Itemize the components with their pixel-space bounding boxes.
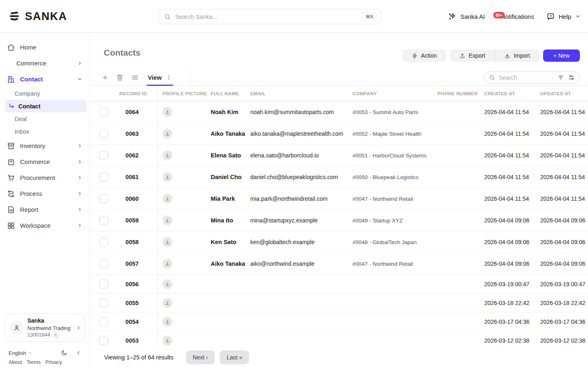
sidebar-subitem-inbox[interactable]: Inbox <box>0 125 89 138</box>
table-row[interactable]: 0057Aiko Tanakaaiko@northwind.example#00… <box>90 253 588 275</box>
table-row[interactable]: 00542026-03-17 04:362026-03-17 04:36 <box>90 312 588 331</box>
phone-number <box>437 275 483 293</box>
language-selector[interactable]: English <box>9 350 32 356</box>
export-import-group: Export Import <box>450 49 539 62</box>
sidebar-subitem-contact[interactable]: Contact <box>5 100 87 112</box>
list-view-icon[interactable] <box>131 74 139 81</box>
sidebar-item-label: Workspace <box>20 222 51 229</box>
sidebar-item-workspace[interactable]: Workspace <box>0 218 89 233</box>
sidebar-item-label: Procurement <box>20 174 55 181</box>
help-label: Help <box>559 13 571 20</box>
company <box>350 312 437 331</box>
profile-avatar <box>163 215 172 225</box>
table-row[interactable]: 0058Ken Satoken@globaltech.example#0048 … <box>90 231 588 253</box>
collapse-sidebar-icon[interactable] <box>76 350 81 356</box>
new-button[interactable]: + New <box>543 49 580 62</box>
row-checkbox[interactable] <box>99 298 108 307</box>
import-button[interactable]: Import <box>494 49 539 62</box>
dark-mode-toggle-moon-icon[interactable] <box>61 350 67 356</box>
account-avatar <box>10 321 23 334</box>
table-row[interactable]: 00562026-03-19 00:472026-03-19 00:47 <box>90 275 588 294</box>
privacy-link[interactable]: Privacy <box>45 359 62 365</box>
sidebar-item-home[interactable]: Home <box>0 39 89 55</box>
page-header: Contacts Action Export <box>90 33 588 69</box>
created-at: 2026-04-04 11:54 <box>483 145 540 166</box>
trash-icon[interactable] <box>116 74 124 81</box>
global-search[interactable]: ⌘K <box>158 9 381 24</box>
next-page-button[interactable]: Next › <box>186 350 215 364</box>
profile-avatar <box>163 172 172 182</box>
column-header-updated-at: UPDATED AT <box>540 86 588 101</box>
row-checkbox[interactable] <box>99 216 108 225</box>
sidebar-item-label: Commerce <box>16 60 46 67</box>
column-header-profile-picture: PROFILE PICTURE <box>158 86 207 101</box>
copy-icon[interactable] <box>52 332 59 338</box>
email: aiko.tanaka@maplestreethealth.com <box>250 123 350 144</box>
table-row[interactable]: 00552026-03-18 22:422026-03-18 22:42 <box>90 294 588 312</box>
row-checkbox[interactable] <box>99 194 108 203</box>
row-checkbox[interactable] <box>99 173 108 182</box>
terms-link[interactable]: Terms <box>27 359 40 365</box>
sidebar-item-inventory[interactable]: Inventory <box>0 138 89 154</box>
full-name: Mina Ito <box>207 210 250 231</box>
company: #0053 - Summit Auto Parts <box>350 101 437 123</box>
sidebar-item-contact[interactable]: Contact <box>0 71 89 87</box>
row-checkbox[interactable] <box>99 108 108 117</box>
sidebar-subitem-company[interactable]: Company <box>0 87 89 100</box>
brand-logo[interactable]: SANKA <box>8 10 67 22</box>
sidebar-item-procurement[interactable]: Procurement <box>0 170 89 186</box>
topbar-right: Sanka AI 99+ Notifications ? <box>448 0 581 33</box>
add-view-icon[interactable] <box>102 74 109 81</box>
settings-sliders-icon[interactable] <box>568 74 575 81</box>
notifications-button[interactable]: 99+ Notifications <box>497 13 534 20</box>
sanka-ai-button[interactable]: Sanka AI <box>448 12 485 21</box>
sidebar-subitem-deal[interactable]: Deal <box>0 112 89 125</box>
action-button[interactable]: Action <box>402 49 446 62</box>
table-row[interactable]: 0062Elena Satoelena.sato@harborcloud.io#… <box>90 145 588 166</box>
row-checkbox[interactable] <box>99 317 108 326</box>
sanka-logo-icon <box>8 10 20 22</box>
corner-down-right-icon <box>8 103 15 110</box>
table-row[interactable]: 0064Noah Kimnoah.kim@summitautoparts.com… <box>90 101 588 123</box>
row-checkbox[interactable] <box>99 129 108 138</box>
kebab-menu-icon[interactable] <box>166 74 172 81</box>
table-row[interactable]: 0060Mia Parkmia.park@northwindretail.com… <box>90 188 588 210</box>
row-checkbox[interactable] <box>99 259 108 268</box>
sidebar-item-process[interactable]: Process <box>0 186 89 202</box>
tab-view[interactable]: View <box>148 69 172 85</box>
search-icon <box>164 13 171 20</box>
account-card[interactable]: Sanka Northwind Trading 13001644 <box>5 314 85 342</box>
email: aiko@northwind.example <box>250 253 350 274</box>
table-row[interactable]: 0061Daniel Chodaniel.cho@bluepeaklogisti… <box>90 166 588 188</box>
created-at: 2026-04-04 11:54 <box>483 123 540 144</box>
company: #0047 - Northwind Retail <box>350 253 437 274</box>
email: elena.sato@harborcloud.io <box>250 145 350 166</box>
record-id: 0055 <box>108 300 158 306</box>
last-page-button[interactable]: Last » <box>220 350 249 364</box>
filter-icon[interactable] <box>557 74 564 81</box>
email: mia.park@northwindretail.com <box>250 188 350 209</box>
table-row[interactable]: 0059Mina Itomina@startupxyz.example#0049… <box>90 210 588 231</box>
row-checkbox[interactable] <box>99 336 108 345</box>
export-button[interactable]: Export <box>450 49 494 62</box>
table-search[interactable] <box>483 72 580 83</box>
help-button[interactable]: ? Help <box>546 12 581 21</box>
table-search-input[interactable] <box>499 74 554 81</box>
row-checkbox[interactable] <box>99 238 108 247</box>
updated-at: 2026-04-04 09:06 <box>540 210 588 231</box>
row-checkbox[interactable] <box>99 151 108 160</box>
profile-avatar <box>163 150 172 160</box>
created-at: 2026-04-04 11:54 <box>483 188 540 209</box>
table-row[interactable]: 0063Aiko Tanakaaiko.tanaka@maplestreethe… <box>90 123 588 145</box>
sidebar-item-commerce[interactable]: Commerce <box>0 154 89 170</box>
about-link[interactable]: About <box>9 359 22 365</box>
profile-avatar <box>163 317 172 327</box>
row-checkbox[interactable] <box>99 280 108 289</box>
updated-at: 2026-03-17 04:36 <box>540 312 588 331</box>
sidebar-item-commerce[interactable]: Commerce <box>0 55 89 71</box>
profile-avatar <box>163 336 172 346</box>
archive-icon <box>7 142 15 150</box>
chevron-down-icon <box>28 351 32 355</box>
sidebar-item-report[interactable]: Report <box>0 202 89 218</box>
global-search-input[interactable] <box>175 13 358 20</box>
